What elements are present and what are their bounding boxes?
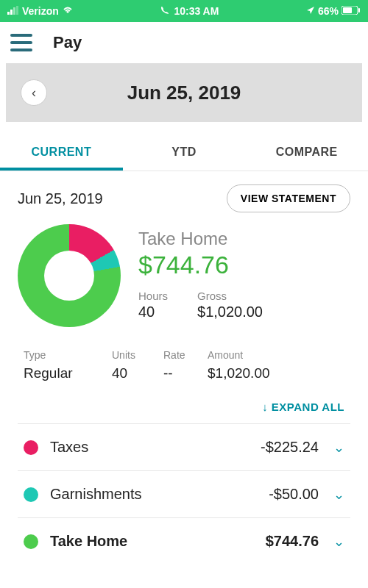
- paycheck-date: Jun 25, 2019: [18, 190, 103, 207]
- hours-value: 40: [138, 304, 168, 320]
- tabs: CURRENT YTD COMPARE: [0, 137, 368, 171]
- chevron-down-icon[interactable]: ⌄: [333, 487, 344, 503]
- dot-icon: [24, 440, 38, 455]
- gross-value: $1,020.00: [197, 304, 263, 320]
- td-type: Regular: [24, 365, 112, 381]
- tab-ytd[interactable]: YTD: [123, 137, 246, 171]
- li-amount: -$225.24: [238, 439, 319, 456]
- td-amount: $1,020.00: [208, 365, 344, 381]
- dot-icon: [24, 487, 38, 502]
- dot-icon: [24, 534, 38, 549]
- signal-icon: [7, 5, 19, 17]
- expand-all-label: EXPAND ALL: [272, 401, 344, 413]
- selected-date: Jun 25, 2019: [21, 82, 347, 104]
- th-units: Units: [112, 349, 163, 361]
- chevron-down-icon[interactable]: ⌄: [333, 534, 344, 550]
- take-home-label: Take Home: [138, 229, 263, 249]
- earnings-table: Type Regular Units 40 Rate -- Amount $1,…: [24, 349, 344, 381]
- svg-rect-5: [343, 7, 352, 13]
- hamburger-menu-icon[interactable]: [10, 34, 32, 51]
- th-rate: Rate: [163, 349, 208, 361]
- li-label: Garnishments: [50, 486, 238, 503]
- td-rate: --: [163, 365, 208, 381]
- page-title: Pay: [53, 33, 82, 52]
- carrier-label: Verizon: [22, 5, 59, 17]
- tab-compare[interactable]: COMPARE: [245, 137, 368, 171]
- wifi-icon: [62, 5, 74, 17]
- gross-label: Gross: [197, 290, 263, 302]
- location-icon: [306, 5, 315, 17]
- td-units: 40: [112, 365, 163, 381]
- li-label: Take Home: [50, 533, 238, 550]
- svg-rect-2: [13, 7, 15, 15]
- li-amount: $744.76: [238, 533, 319, 550]
- battery-percent: 66%: [318, 5, 339, 17]
- expand-all-button[interactable]: ↓ EXPAND ALL: [18, 401, 344, 413]
- status-bar: Verizon 10:33 AM 66%: [0, 0, 368, 22]
- li-label: Taxes: [50, 439, 238, 456]
- svg-rect-6: [358, 8, 360, 12]
- list-item-taxes[interactable]: Taxes -$225.24 ⌄: [18, 423, 350, 470]
- list-item-garnishments[interactable]: Garnishments -$50.00 ⌄: [18, 470, 350, 517]
- th-type: Type: [24, 349, 112, 361]
- status-time: 10:33 AM: [174, 5, 219, 17]
- tab-current[interactable]: CURRENT: [0, 137, 123, 171]
- take-home-amount: $744.76: [138, 251, 263, 279]
- breakdown-list: Taxes -$225.24 ⌄ Garnishments -$50.00 ⌄ …: [18, 423, 350, 564]
- date-navigator: ‹ Jun 25, 2019: [6, 63, 362, 122]
- svg-rect-0: [7, 12, 10, 15]
- app-header: Pay: [0, 22, 368, 63]
- arrow-down-icon: ↓: [262, 401, 268, 413]
- th-amount: Amount: [208, 349, 344, 361]
- chevron-down-icon[interactable]: ⌄: [333, 440, 344, 456]
- list-item-take-home[interactable]: Take Home $744.76 ⌄: [18, 517, 350, 564]
- hours-label: Hours: [138, 290, 168, 302]
- svg-rect-3: [16, 6, 18, 15]
- view-statement-button[interactable]: VIEW STATEMENT: [227, 184, 350, 212]
- svg-rect-1: [10, 10, 13, 15]
- pay-donut-chart: [18, 224, 121, 327]
- battery-icon: [342, 5, 361, 17]
- li-amount: -$50.00: [238, 486, 319, 503]
- phone-icon: [160, 5, 169, 17]
